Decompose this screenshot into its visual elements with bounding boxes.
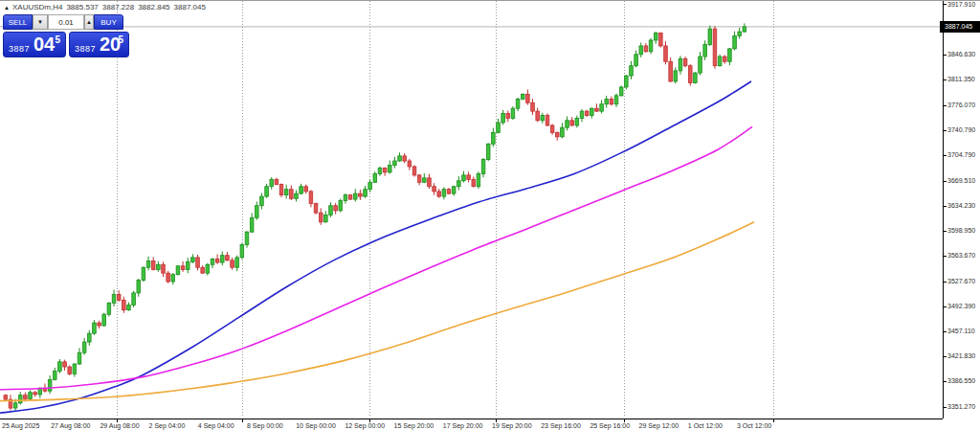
price-axis-tick xyxy=(944,105,947,106)
time-axis-label: 1 Oct 12:00 xyxy=(688,422,723,429)
price-axis-label: 3421.830 xyxy=(947,352,975,359)
time-axis-tick xyxy=(773,419,774,422)
volume-increase-button[interactable]: ▲ xyxy=(84,14,94,30)
price-axis-label: 3917.910 xyxy=(947,1,975,8)
buy-price-display[interactable]: 3887 20 5 xyxy=(69,32,129,57)
price-axis-tick xyxy=(944,407,947,408)
price-axis-tick xyxy=(944,231,947,232)
price-axis-tick xyxy=(944,256,947,257)
chevron-up-icon: ▲ xyxy=(86,19,92,25)
price-axis-tick xyxy=(944,331,947,332)
buy-price-base: 3887 xyxy=(75,44,96,54)
price-axis-tick xyxy=(944,282,947,283)
time-axis-label: 12 Sep 00:00 xyxy=(345,422,385,429)
chevron-down-icon: ▼ xyxy=(37,19,43,25)
chart-plot-area[interactable] xyxy=(0,1,943,419)
price-axis-tick xyxy=(944,55,947,56)
sell-price-pipette: 5 xyxy=(55,34,60,45)
price-axis-label: 3634.230 xyxy=(947,202,975,209)
time-axis-label: 10 Sep 00:00 xyxy=(296,422,336,429)
one-click-collapse-icon[interactable]: ▲ xyxy=(4,5,10,11)
candlestick-series xyxy=(4,23,746,412)
price-axis-tick xyxy=(944,4,947,5)
candlestick-chart[interactable] xyxy=(0,1,943,419)
time-axis-label: 25 Sep 16:00 xyxy=(590,422,630,429)
time-axis-tick xyxy=(369,419,370,422)
time-axis-label: 25 Aug 2025 xyxy=(2,422,39,429)
price-axis-label: 3598.950 xyxy=(947,227,975,234)
price-axis-label: 3457.110 xyxy=(947,328,975,334)
time-axis-tick xyxy=(496,419,497,422)
time-axis-label: 29 Sep 12:00 xyxy=(639,422,679,429)
price-axis-tick xyxy=(944,79,947,80)
time-axis-label: 4 Sep 04:00 xyxy=(198,422,234,429)
price-axis-label: 3776.070 xyxy=(947,102,975,108)
price-axis-label: 3846.630 xyxy=(947,51,975,57)
time-axis-label: 29 Aug 08:00 xyxy=(100,422,139,429)
symbol-name: XAUUSDm,H4 xyxy=(12,3,62,11)
ma-mid-magenta-line xyxy=(0,126,752,389)
price-axis-label: 3386.550 xyxy=(947,377,975,384)
sell-button[interactable]: SELL xyxy=(3,14,33,30)
time-axis-label: 15 Sep 20:00 xyxy=(394,422,434,429)
sell-price-base: 3887 xyxy=(9,44,30,54)
quote-open: 3885.537 xyxy=(66,3,98,11)
time-axis-label: 3 Oct 12:00 xyxy=(737,422,771,429)
chart-window: ▲XAUUSDm,H43885.5373887.2283882.8453887.… xyxy=(0,0,980,430)
time-axis-label: 23 Sep 16:00 xyxy=(541,422,581,429)
time-axis-tick xyxy=(242,419,243,422)
time-axis-tick xyxy=(624,419,625,422)
price-axis-label: 3811.350 xyxy=(947,76,975,82)
time-axis-label: 8 Sep 00:00 xyxy=(247,422,283,429)
time-axis-label: 2 Sep 04:00 xyxy=(149,422,186,429)
sell-price-display[interactable]: 3887 04 5 xyxy=(3,32,66,57)
quote-close: 3887.045 xyxy=(174,3,206,11)
time-axis[interactable]: 25 Aug 202527 Aug 08:0029 Aug 08:002 Sep… xyxy=(0,419,943,430)
price-axis-tick xyxy=(944,155,947,156)
price-axis-tick xyxy=(944,356,947,357)
volume-dropdown-button[interactable]: ▼ xyxy=(33,14,48,30)
buy-price-pipette: 5 xyxy=(118,34,123,45)
quote-bar: ▲XAUUSDm,H43885.5373887.2283882.8453887.… xyxy=(4,3,210,11)
quote-high: 3887.228 xyxy=(102,3,134,11)
price-axis-tick xyxy=(944,306,947,307)
ma-slow-orange-line xyxy=(0,222,754,401)
price-axis-label: 3351.270 xyxy=(947,403,975,410)
price-axis-tick xyxy=(944,206,947,207)
price-axis-label: 3704.790 xyxy=(947,151,975,158)
price-axis-label: 3669.510 xyxy=(947,177,975,184)
sell-price-pips: 04 xyxy=(33,34,55,56)
time-axis-label: 17 Sep 20:00 xyxy=(443,422,483,429)
price-axis-label: 3492.390 xyxy=(947,303,975,309)
time-axis-tick xyxy=(117,419,118,422)
price-axis-tick xyxy=(944,130,947,131)
time-axis-label: 27 Aug 08:00 xyxy=(51,422,90,429)
volume-input[interactable] xyxy=(48,14,84,30)
ma-fast-blue-line xyxy=(0,81,751,413)
time-axis-label: 19 Sep 20:00 xyxy=(492,422,532,429)
current-price-badge: 3887.045 xyxy=(940,21,980,33)
price-axis-label: 3563.670 xyxy=(947,252,975,259)
price-axis[interactable]: 3917.9103881.9103846.6303811.3503776.070… xyxy=(943,1,980,419)
one-click-trade-panel: SELL ▼ ▲ BUY 3887 04 5 3887 20 5 xyxy=(3,14,131,57)
buy-button[interactable]: BUY xyxy=(94,14,123,30)
price-axis-tick xyxy=(944,181,947,182)
price-axis-tick xyxy=(944,381,947,382)
quote-low: 3882.845 xyxy=(138,3,169,11)
price-axis-label: 3527.670 xyxy=(947,278,975,284)
price-axis-label: 3740.790 xyxy=(947,126,975,133)
